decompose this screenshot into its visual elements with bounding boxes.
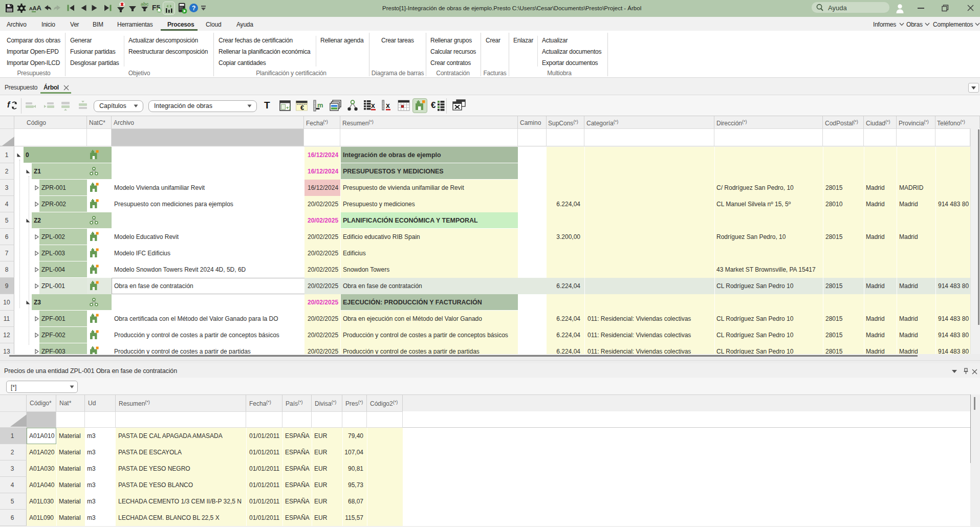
svg-text:€: €	[300, 104, 304, 111]
svg-text:x: x	[371, 101, 375, 109]
svg-text:+1: +1	[286, 105, 291, 111]
svg-text:m: m	[317, 101, 323, 109]
svg-text:x: x	[386, 101, 390, 109]
